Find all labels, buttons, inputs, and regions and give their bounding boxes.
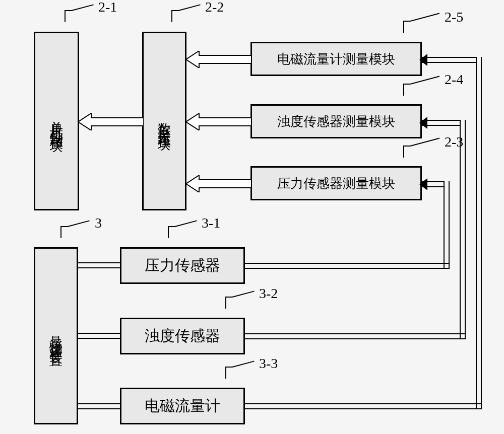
flag-2-2 xyxy=(171,10,178,22)
conn-3-to-33 xyxy=(78,403,120,409)
box-turbidity-sensor: 浊度传感器 xyxy=(120,318,245,354)
svg-marker-3 xyxy=(186,175,251,192)
conn-3-to-31 xyxy=(78,262,120,268)
box-emf-flowmeter-label: 电磁流量计 xyxy=(145,396,220,416)
label-2-5: 2-5 xyxy=(445,9,463,25)
arrow-data-to-mcu xyxy=(78,113,144,130)
label-2-4: 2-4 xyxy=(445,71,463,88)
box-data-acquisition-module-label: 数据采集模块 xyxy=(156,112,173,130)
box-mcu-control-module: 单片机控制模块 xyxy=(34,32,79,210)
box-pressure-sensor-label: 压力传感器 xyxy=(145,255,220,276)
flag-2-1 xyxy=(65,10,72,22)
leader-2-3 xyxy=(410,138,439,147)
conn-31-23-v xyxy=(444,181,450,269)
leader-2-5 xyxy=(410,13,439,22)
flag-3 xyxy=(60,226,68,238)
arrow-pressure-module-to-data xyxy=(186,175,251,192)
leader-3-2 xyxy=(232,291,255,298)
leader-3-1 xyxy=(175,220,197,227)
box-turbidity-sensor-label: 浊度传感器 xyxy=(145,326,220,346)
label-3-3: 3-3 xyxy=(259,355,278,372)
box-data-acquisition-module: 数据采集模块 xyxy=(142,32,186,210)
label-3-2: 3-2 xyxy=(259,285,278,302)
svg-marker-2 xyxy=(186,113,251,130)
conn-32-24-v xyxy=(460,120,466,339)
leader-3-3 xyxy=(232,360,255,368)
leader-2-4 xyxy=(410,76,439,85)
conn-33-25-v xyxy=(476,57,482,409)
leader-3 xyxy=(68,220,90,227)
box-turbidity-measure-module: 浊度传感器测量模块 xyxy=(250,104,422,138)
box-suspension-sampling-device-label: 悬浮物采样装置 xyxy=(47,325,65,346)
svg-marker-0 xyxy=(78,113,144,130)
arrow-into-23 xyxy=(419,178,427,190)
flag-2-5 xyxy=(403,21,410,33)
label-2-1: 2-1 xyxy=(98,0,117,15)
leader-2-1 xyxy=(72,4,94,11)
conn-33-25-h xyxy=(245,403,482,409)
box-emf-flowmeter-module: 电磁流量计测量模块 xyxy=(250,42,422,76)
conn-32-24-h2 xyxy=(422,120,460,126)
label-3-1: 3-1 xyxy=(202,215,220,231)
box-emf-flowmeter-module-label: 电磁流量计测量模块 xyxy=(277,50,395,68)
svg-marker-6 xyxy=(419,178,427,190)
conn-31-23-h xyxy=(245,263,450,269)
arrow-emf-to-data xyxy=(186,51,251,68)
box-mcu-control-module-label: 单片机控制模块 xyxy=(48,111,66,132)
svg-marker-5 xyxy=(419,117,427,129)
arrow-turbidity-module-to-data xyxy=(186,113,251,130)
box-pressure-measure-module: 压力传感器测量模块 xyxy=(250,166,422,200)
conn-32-24-h xyxy=(245,333,466,339)
arrow-into-25 xyxy=(419,54,427,66)
svg-marker-1 xyxy=(186,51,251,68)
flag-3-3 xyxy=(225,367,232,379)
box-pressure-sensor: 压力传感器 xyxy=(120,247,245,284)
flag-3-1 xyxy=(168,226,175,238)
flag-3-2 xyxy=(225,297,232,309)
flag-2-4 xyxy=(403,84,410,96)
label-3: 3 xyxy=(95,215,102,231)
box-suspension-sampling-device: 悬浮物采样装置 xyxy=(34,247,78,424)
flag-2-3 xyxy=(403,146,410,158)
box-turbidity-measure-module-label: 浊度传感器测量模块 xyxy=(277,113,395,130)
arrow-into-24 xyxy=(419,117,427,129)
leader-2-2 xyxy=(178,4,201,11)
box-pressure-measure-module-label: 压力传感器测量模块 xyxy=(277,175,395,192)
conn-33-25-h2 xyxy=(422,57,476,63)
conn-3-to-32 xyxy=(78,333,120,339)
box-emf-flowmeter: 电磁流量计 xyxy=(120,388,245,424)
label-2-2: 2-2 xyxy=(205,0,224,15)
svg-marker-4 xyxy=(419,54,427,66)
